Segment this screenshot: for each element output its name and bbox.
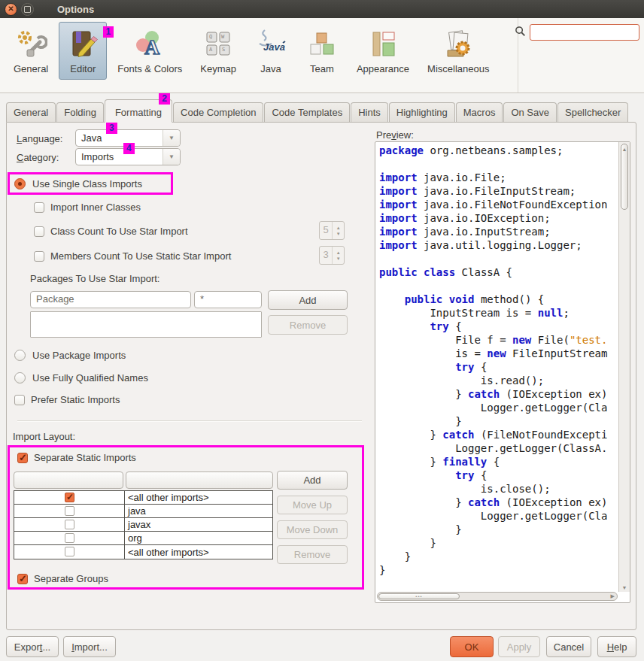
- table-row[interactable]: <all other imports>: [14, 491, 272, 505]
- toolbar-item-miscellaneous[interactable]: Miscellaneous: [420, 22, 497, 80]
- vertical-scrollbar[interactable]: ▲ ▼: [618, 142, 630, 592]
- code-line: is.read();: [379, 374, 618, 387]
- remove-layout-button[interactable]: Remove: [277, 545, 348, 564]
- package-column-header[interactable]: Package: [30, 291, 191, 308]
- row-static-checkbox[interactable]: [65, 520, 74, 529]
- tab-folding[interactable]: Folding: [56, 102, 104, 122]
- annotation-badge-2: 2: [159, 93, 170, 105]
- import-inner-classes-checkbox[interactable]: [34, 202, 44, 213]
- code-line: [379, 157, 618, 171]
- package-layout-column-header[interactable]: [126, 471, 273, 489]
- code-line: }: [379, 414, 618, 428]
- use-package-imports-radio[interactable]: [14, 350, 26, 361]
- scroll-down-icon[interactable]: ▼: [619, 585, 630, 590]
- miscellaneous-icon: [442, 28, 475, 61]
- code-line: package org.netbeans.samples;: [379, 144, 618, 157]
- table-row[interactable]: java: [14, 505, 272, 518]
- members-count-static-star-checkbox[interactable]: [34, 251, 44, 262]
- row-static-checkbox[interactable]: [65, 533, 74, 543]
- tab-code-templates[interactable]: Code Templates: [264, 102, 350, 122]
- editor-tabs: GeneralFoldingFormatting2Code Completion…: [6, 98, 629, 122]
- separate-groups-checkbox[interactable]: [17, 574, 28, 584]
- tab-formatting[interactable]: Formatting2: [105, 99, 172, 123]
- add-layout-button[interactable]: Add: [277, 471, 348, 490]
- code-line: import java.io.FileNotFoundException: [379, 198, 618, 211]
- row-static-checkbox[interactable]: [65, 506, 74, 516]
- separate-static-imports-checkbox[interactable]: [17, 453, 28, 463]
- move-up-button[interactable]: Move Up: [277, 496, 348, 514]
- titlebar: ✕ Options: [0, 0, 644, 18]
- code-line: Logger.getLogger(Cla: [379, 401, 618, 414]
- horizontal-scrollbar[interactable]: ••• ▶: [377, 592, 618, 601]
- code-line: import java.util.logging.Logger;: [379, 238, 618, 252]
- code-line: import java.io.IOException;: [379, 211, 618, 225]
- horizontal-scrollbar-thumb[interactable]: •••: [378, 593, 460, 599]
- tab-code-completion[interactable]: Code Completion: [173, 102, 263, 122]
- table-row[interactable]: <all other imports>: [14, 545, 272, 559]
- tab-spellchecker[interactable]: Spellchecker: [557, 102, 628, 122]
- spinner-arrows-icon[interactable]: ▲▼: [332, 222, 344, 239]
- close-icon[interactable]: ✕: [5, 3, 17, 16]
- class-count-spinner[interactable]: 5 ▲▼: [319, 221, 345, 240]
- toolbar-item-editor[interactable]: Editor1: [59, 22, 107, 80]
- toolbar-item-fonts-colors[interactable]: AFonts & Colors: [110, 22, 190, 80]
- use-fully-qualified-names-radio[interactable]: [14, 372, 26, 384]
- tab-label: On Save: [511, 107, 549, 118]
- table-row[interactable]: org: [14, 532, 272, 545]
- code-line: is.close();: [379, 482, 618, 496]
- preview-editor[interactable]: package org.netbeans.samples;import java…: [375, 141, 630, 603]
- chevron-down-icon: ▼: [163, 149, 180, 165]
- table-row[interactable]: javax: [14, 518, 272, 532]
- tab-general[interactable]: General: [6, 102, 56, 122]
- scroll-right-icon[interactable]: ▶: [611, 593, 615, 599]
- code-line: InputStream is = null;: [379, 306, 618, 320]
- code-line: } catch (FileNotFoundExcepti: [379, 428, 618, 441]
- prefer-static-imports-checkbox[interactable]: [14, 395, 25, 405]
- row-static-checkbox[interactable]: [65, 547, 74, 556]
- use-single-class-imports-label: Use Single Class Imports: [32, 178, 142, 190]
- code-line: } catch (IOException ex): [379, 387, 618, 401]
- restore-icon[interactable]: [21, 3, 34, 16]
- apply-button[interactable]: Apply: [498, 636, 540, 657]
- tab-label: Code Completion: [181, 107, 256, 118]
- toolbar-item-team[interactable]: Team: [298, 22, 346, 80]
- add-package-button[interactable]: Add: [268, 290, 348, 310]
- tab-hints[interactable]: Hints: [351, 102, 388, 122]
- move-down-button[interactable]: Move Down: [277, 520, 348, 539]
- star-column-header[interactable]: *: [194, 291, 262, 308]
- search-input[interactable]: [530, 24, 639, 41]
- code-line: [379, 279, 618, 293]
- use-single-class-imports-radio[interactable]: [14, 178, 26, 190]
- appearance-icon: [366, 28, 399, 61]
- vertical-scrollbar-thumb[interactable]: ▲: [621, 144, 628, 210]
- cancel-button[interactable]: Cancel: [546, 636, 591, 657]
- row-static-checkbox[interactable]: [65, 493, 74, 502]
- star-import-list[interactable]: [30, 311, 262, 338]
- annotation-badge-1: 1: [103, 26, 114, 38]
- tab-label: General: [14, 107, 48, 118]
- svg-text:A: A: [144, 35, 160, 59]
- members-count-spinner[interactable]: 3 ▲▼: [319, 246, 345, 265]
- tab-on-save[interactable]: On Save: [503, 102, 557, 122]
- help-button[interactable]: Help: [597, 636, 636, 657]
- toolbar-item-java[interactable]: JavaJava: [247, 22, 295, 80]
- tab-highlighting[interactable]: Highlighting: [389, 102, 455, 122]
- export-button[interactable]: Export...: [6, 636, 59, 657]
- code-line: [379, 252, 618, 265]
- toolbar-item-keymap[interactable]: QWASKeymap: [193, 22, 244, 80]
- toolbar-item-label: Appearance: [357, 63, 409, 74]
- tab-macros[interactable]: Macros: [456, 102, 503, 122]
- use-package-imports-label: Use Package Imports: [32, 350, 126, 361]
- toolbar-item-appearance[interactable]: Appearance: [349, 22, 417, 80]
- import-button[interactable]: Import...: [63, 636, 116, 657]
- ok-button[interactable]: OK: [450, 636, 494, 657]
- spinner-arrows-icon[interactable]: ▲▼: [332, 247, 344, 264]
- toolbar-items: GeneralEditor1AFonts & ColorsQWASKeymapJ…: [6, 22, 500, 80]
- window-title: Options: [57, 4, 94, 15]
- static-column-header[interactable]: [14, 471, 123, 489]
- toolbar-item-general[interactable]: General: [6, 22, 56, 80]
- package-cell: java: [125, 505, 272, 517]
- remove-package-button[interactable]: Remove: [268, 315, 348, 335]
- code-area[interactable]: package org.netbeans.samples;import java…: [375, 142, 618, 591]
- class-count-star-import-checkbox[interactable]: [34, 226, 44, 237]
